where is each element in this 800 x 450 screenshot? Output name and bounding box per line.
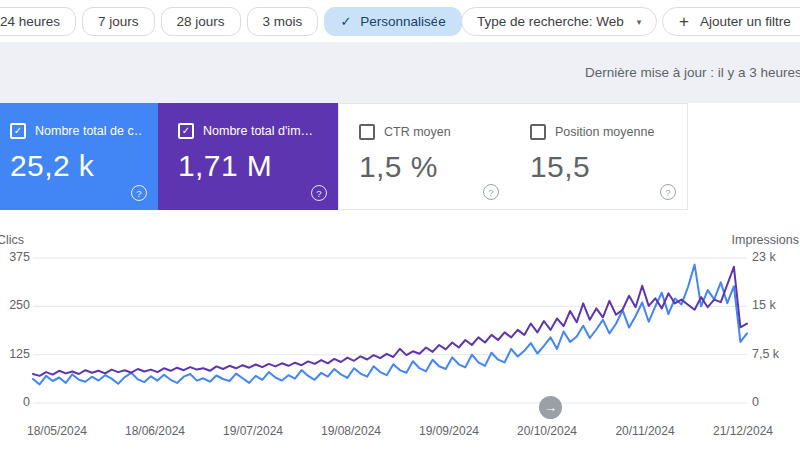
card-total-clicks[interactable]: ✓ Nombre total de c… 25,2 k ?: [0, 103, 158, 210]
x-axis-label: 19/09/2024: [419, 424, 479, 438]
card-label: Nombre total d'im…: [203, 124, 313, 138]
card-total-impressions[interactable]: ✓ Nombre total d'im… 1,71 M ?: [158, 103, 338, 210]
card-label: CTR moyen: [384, 125, 451, 139]
card-label: Position moyenne: [555, 125, 654, 139]
arrow-right-icon: →: [544, 400, 557, 415]
chip-label: 7 jours: [98, 14, 139, 29]
help-icon[interactable]: ?: [483, 184, 499, 200]
chip-personnalisee[interactable]: ✓ Personnalisée: [324, 7, 461, 36]
help-icon[interactable]: ?: [660, 184, 676, 200]
help-icon[interactable]: ?: [131, 185, 147, 201]
left-axis-tick: 250: [0, 298, 30, 312]
checkbox-icon[interactable]: ✓: [178, 123, 194, 139]
search-type-label: Type de recherche: Web: [477, 14, 624, 29]
date-range-chips: 24 heures 7 jours 28 jours 3 mois ✓ Pers…: [0, 7, 462, 36]
card-value: 1,5 %: [359, 150, 494, 184]
check-icon: ✓: [340, 14, 351, 29]
card-value: 1,71 M: [178, 149, 322, 183]
chip-label: 24 heures: [0, 14, 60, 29]
chip-label: 3 mois: [263, 14, 303, 29]
card-header: ✓ Nombre total de c…: [10, 123, 142, 139]
right-axis-tick: 7,5 k: [752, 347, 779, 361]
chip-label: Personnalisée: [360, 14, 446, 29]
x-axis-label: 19/08/2024: [321, 424, 381, 438]
chip-28-jours[interactable]: 28 jours: [161, 7, 241, 36]
card-label: Nombre total de c…: [35, 124, 142, 138]
checkbox-icon[interactable]: ✓: [10, 123, 26, 139]
x-axis-label: 18/05/2024: [27, 424, 87, 438]
right-axis-tick: 15 k: [752, 298, 776, 312]
chip-24-heures[interactable]: 24 heures: [0, 7, 76, 36]
left-axis-tick: 125: [0, 347, 30, 361]
card-header: Position moyenne: [530, 124, 671, 140]
x-axis-labels: 18/05/202418/06/202419/07/202419/08/2024…: [0, 424, 800, 442]
chip-label: 28 jours: [177, 14, 225, 29]
x-axis-label: 20/11/2024: [615, 424, 674, 438]
chip-3-mois[interactable]: 3 mois: [247, 7, 319, 36]
x-axis-label: 18/06/2024: [125, 424, 185, 438]
card-value: 25,2 k: [10, 149, 142, 183]
left-axis-tick: 0: [0, 395, 30, 409]
next-page-button[interactable]: →: [539, 396, 562, 419]
status-band: Dernière mise à jour : il y a 3 heures: [0, 42, 800, 103]
checkbox-icon[interactable]: [530, 124, 546, 140]
chevron-down-icon: ▾: [637, 17, 642, 27]
card-average-position[interactable]: Position moyenne 15,5 ?: [510, 103, 688, 210]
left-axis-tick: 375: [0, 250, 30, 264]
clicks-line: [33, 265, 747, 385]
right-axis-tick: 23 k: [752, 250, 776, 264]
x-axis-label: 20/10/2024: [517, 424, 577, 438]
help-icon[interactable]: ?: [311, 185, 327, 201]
plus-icon: +: [679, 13, 689, 30]
metric-cards: ✓ Nombre total de c… 25,2 k ? ✓ Nombre t…: [0, 103, 800, 210]
card-average-ctr[interactable]: CTR moyen 1,5 % ?: [338, 103, 511, 210]
traffic-chart-svg: [0, 225, 800, 450]
search-console-performance-page: 24 heures 7 jours 28 jours 3 mois ✓ Pers…: [0, 0, 800, 450]
last-updated-text: Dernière mise à jour : il y a 3 heures: [585, 65, 800, 80]
x-axis-label: 19/07/2024: [223, 424, 283, 438]
impressions-line: [33, 267, 747, 376]
card-header: ✓ Nombre total d'im…: [178, 123, 322, 139]
right-axis-tick: 0: [752, 395, 759, 409]
card-header: CTR moyen: [359, 124, 494, 140]
filter-bar: 24 heures 7 jours 28 jours 3 mois ✓ Pers…: [0, 0, 800, 42]
card-value: 15,5: [530, 150, 671, 184]
checkbox-icon[interactable]: [359, 124, 375, 140]
add-filter-button[interactable]: + Ajouter un filtre: [662, 7, 800, 36]
chip-7-jours[interactable]: 7 jours: [82, 7, 155, 36]
divider: [437, 9, 438, 34]
x-axis-label: 21/12/2024: [713, 424, 773, 438]
search-type-dropdown[interactable]: Type de recherche: Web ▾: [461, 7, 657, 36]
add-filter-label: Ajouter un filtre: [700, 14, 791, 29]
performance-chart: Clics Impressions 3752501250 23 k15 k7,5…: [0, 225, 800, 450]
